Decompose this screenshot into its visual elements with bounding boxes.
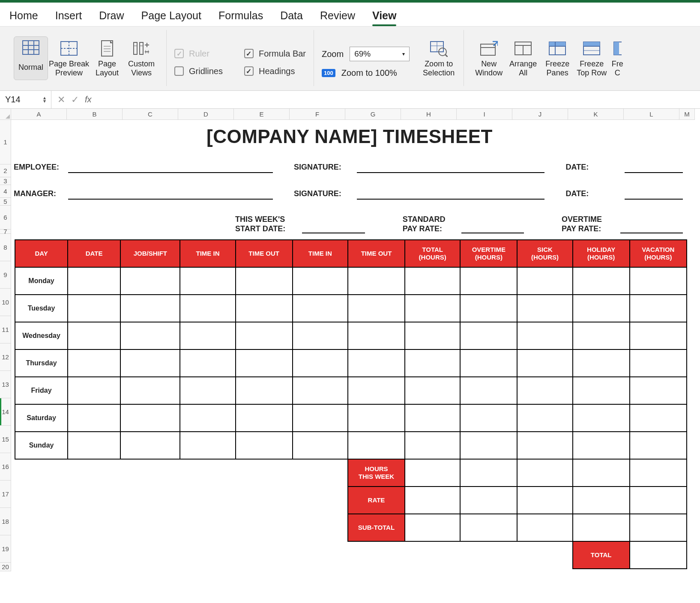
data-cell[interactable] — [405, 267, 460, 295]
spinner-icon[interactable]: ▴▾ — [43, 96, 46, 102]
column-header[interactable]: B — [67, 109, 123, 120]
select-all-cell[interactable] — [0, 109, 11, 120]
summary-cell[interactable] — [573, 487, 630, 514]
row-header[interactable]: 17 — [0, 481, 11, 508]
row-header[interactable]: 9 — [0, 261, 11, 289]
summary-cell[interactable] — [517, 514, 572, 541]
day-cell[interactable]: Wednesday — [15, 322, 68, 349]
summary-cell[interactable] — [573, 459, 630, 487]
data-cell[interactable] — [236, 404, 293, 432]
tab-view[interactable]: View — [372, 9, 397, 25]
summary-cell[interactable] — [517, 459, 572, 487]
data-cell[interactable] — [180, 267, 235, 295]
data-cell[interactable] — [236, 267, 293, 295]
data-cell[interactable] — [517, 349, 572, 377]
data-cell[interactable] — [348, 432, 405, 459]
column-header[interactable]: I — [457, 109, 512, 120]
data-cell[interactable] — [630, 432, 687, 459]
headings-checkbox[interactable]: Headings — [244, 66, 306, 76]
data-cell[interactable] — [293, 322, 348, 349]
row-header[interactable]: 11 — [0, 316, 11, 343]
data-cell[interactable] — [348, 349, 405, 377]
data-cell[interactable] — [68, 267, 120, 295]
data-cell[interactable] — [348, 404, 405, 432]
column-header[interactable]: E — [234, 109, 290, 120]
data-cell[interactable] — [460, 432, 517, 459]
data-cell[interactable] — [517, 322, 572, 349]
manager-field[interactable] — [68, 189, 273, 200]
summary-cell[interactable] — [630, 487, 687, 514]
data-cell[interactable] — [68, 404, 120, 432]
data-cell[interactable] — [460, 377, 517, 404]
data-cell[interactable] — [348, 322, 405, 349]
day-cell[interactable]: Tuesday — [15, 295, 68, 322]
summary-cell[interactable] — [405, 487, 460, 514]
data-cell[interactable] — [236, 377, 293, 404]
data-cell[interactable] — [517, 432, 572, 459]
data-cell[interactable] — [293, 377, 348, 404]
std-rate-field[interactable] — [461, 223, 524, 233]
data-cell[interactable] — [120, 267, 180, 295]
tab-review[interactable]: Review — [320, 9, 355, 25]
tab-insert[interactable]: Insert — [55, 9, 82, 25]
data-cell[interactable] — [293, 404, 348, 432]
freeze-panes-button[interactable]: * Freeze Panes — [540, 39, 574, 78]
data-cell[interactable] — [517, 404, 572, 432]
column-header[interactable]: C — [123, 109, 178, 120]
employee-field[interactable] — [68, 163, 273, 173]
data-cell[interactable] — [120, 377, 180, 404]
enter-icon[interactable]: ✓ — [71, 94, 79, 105]
column-header[interactable]: D — [178, 109, 234, 120]
data-cell[interactable] — [293, 267, 348, 295]
summary-cell[interactable] — [630, 514, 687, 541]
data-cell[interactable] — [120, 295, 180, 322]
day-cell[interactable]: Saturday — [15, 404, 68, 432]
tab-draw[interactable]: Draw — [99, 9, 124, 25]
formula-input[interactable] — [98, 91, 700, 108]
data-cell[interactable] — [348, 267, 405, 295]
data-cell[interactable] — [405, 349, 460, 377]
data-cell[interactable] — [120, 322, 180, 349]
row-header[interactable]: 12 — [0, 343, 11, 371]
row-header[interactable]: 3 — [0, 177, 11, 185]
data-cell[interactable] — [573, 267, 630, 295]
freeze-col-button-partial[interactable]: Fre C — [609, 39, 626, 78]
summary-cell[interactable] — [630, 459, 687, 487]
row-header[interactable]: 4 — [0, 185, 11, 198]
data-cell[interactable] — [573, 432, 630, 459]
data-cell[interactable] — [405, 404, 460, 432]
tab-page-layout[interactable]: Page Layout — [141, 9, 201, 25]
data-cell[interactable] — [573, 404, 630, 432]
tab-data[interactable]: Data — [280, 9, 303, 25]
column-header[interactable]: L — [624, 109, 679, 120]
column-header[interactable]: J — [512, 109, 568, 120]
normal-view-button[interactable]: Normal — [14, 36, 48, 80]
data-cell[interactable] — [630, 295, 687, 322]
row-header[interactable]: 7 — [0, 230, 11, 234]
data-cell[interactable] — [68, 349, 120, 377]
row-header[interactable]: 2 — [0, 164, 11, 177]
day-cell[interactable]: Monday — [15, 267, 68, 295]
ruler-checkbox[interactable]: Ruler — [174, 49, 223, 59]
data-cell[interactable] — [180, 295, 235, 322]
data-cell[interactable] — [120, 432, 180, 459]
data-cell[interactable] — [460, 349, 517, 377]
row-header[interactable]: 19 — [0, 535, 11, 563]
data-cell[interactable] — [293, 349, 348, 377]
page-layout-button[interactable]: Page Layout — [90, 39, 124, 78]
data-cell[interactable] — [180, 322, 235, 349]
data-cell[interactable] — [460, 295, 517, 322]
data-cell[interactable] — [120, 404, 180, 432]
summary-cell[interactable] — [405, 459, 460, 487]
summary-cell[interactable] — [460, 459, 517, 487]
data-cell[interactable] — [405, 377, 460, 404]
data-cell[interactable] — [630, 267, 687, 295]
data-cell[interactable] — [630, 377, 687, 404]
freeze-top-row-button[interactable]: * Freeze Top Row — [574, 39, 609, 78]
row-header[interactable]: 18 — [0, 508, 11, 535]
column-header[interactable]: M — [679, 109, 695, 120]
data-cell[interactable] — [630, 322, 687, 349]
column-header[interactable]: A — [11, 109, 67, 120]
data-cell[interactable] — [348, 377, 405, 404]
column-header[interactable]: K — [568, 109, 624, 120]
